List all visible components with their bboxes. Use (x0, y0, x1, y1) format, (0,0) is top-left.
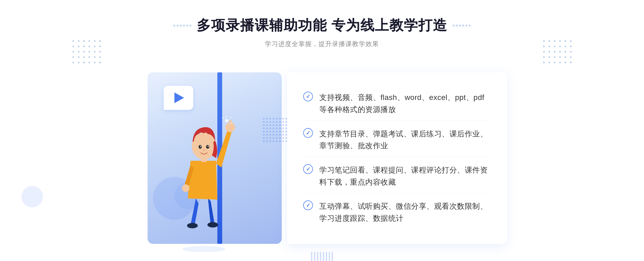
svg-line-14 (230, 117, 231, 118)
feature-item-3: ✓ 学习笔记回看、课程提问、课程评论打分、课件资料下载，重点内容收藏 (303, 159, 491, 193)
svg-point-12 (225, 119, 228, 122)
feature-text-1: 支持视频、音频、flash、word、excel、ppt、pdf等各种格式的资源… (319, 92, 491, 116)
feature-item-4: ✓ 互动弹幕、试听购买、微信分享、观看次数限制、学习进度跟踪、数据统计 (303, 196, 491, 229)
main-title: 多项录播课辅助功能 专为线上教学打造 (197, 16, 447, 35)
svg-point-2 (207, 222, 218, 228)
illustration-area: » (137, 64, 292, 252)
header-section: 多项录播课辅助功能 专为线上教学打造 学习进度全掌握，提升录播课教学效果 (173, 16, 471, 48)
check-icon-4: ✓ (303, 200, 313, 210)
check-icon-2: ✓ (303, 128, 313, 138)
feature-text-4: 互动弹幕、试听购买、微信分享、观看次数限制、学习进度跟踪、数据统计 (319, 200, 491, 225)
title-row: 多项录播课辅助功能 专为线上教学打造 (173, 16, 471, 35)
feature-item-1: ✓ 支持视频、音频、flash、word、excel、ppt、pdf等各种格式的… (303, 87, 491, 121)
svg-point-10 (200, 146, 201, 147)
stripe-decoration (263, 118, 287, 142)
deco-circle-bl (21, 186, 43, 207)
svg-line-16 (222, 117, 224, 118)
svg-point-11 (208, 146, 209, 147)
stripe-lines-bl (311, 252, 333, 261)
check-icon-1: ✓ (303, 92, 313, 101)
bg-dots-tr (543, 40, 572, 63)
feature-text-2: 支持章节目录、弹题考试、课后练习、课后作业、章节测验、批改作业 (319, 128, 491, 152)
content-section: » ✓ 支持视频、音频、flash、word、excel、ppt、pdf等各种格… (134, 64, 510, 252)
check-icon-3: ✓ (303, 164, 313, 174)
svg-point-9 (206, 145, 209, 149)
feature-item-2: ✓ 支持章节目录、弹题考试、课后练习、课后作业、章节测验、批改作业 (303, 123, 491, 157)
figure-illustration (164, 96, 244, 252)
svg-point-0 (182, 246, 225, 252)
right-panel: ✓ 支持视频、音频、flash、word、excel、ppt、pdf等各种格式的… (287, 72, 507, 244)
bg-dots-tl (72, 40, 101, 63)
svg-point-8 (199, 145, 202, 149)
feature-text-3: 学习笔记回看、课程提问、课程评论打分、课件资料下载，重点内容收藏 (319, 164, 491, 188)
svg-point-5 (182, 184, 189, 192)
title-decorator-left (173, 25, 191, 27)
title-decorator-right (453, 25, 471, 27)
svg-point-1 (187, 223, 198, 228)
page-wrapper: // Will render via JS below 多项录播课辅助功能 专为… (0, 0, 644, 261)
sub-title: 学习进度全掌握，提升录播课教学效果 (173, 40, 471, 48)
